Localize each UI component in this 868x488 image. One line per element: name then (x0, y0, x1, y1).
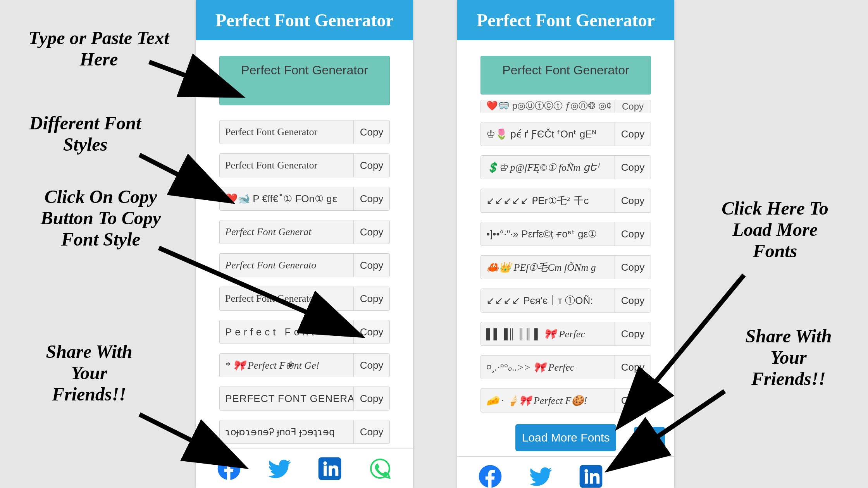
font-sample: ↙↙↙↙ Pєя'є⎿т ①OÑ: (481, 289, 615, 312)
font-row: ↙↙↙↙↙ ᑭEr①乇ᶻ 千cCopy (480, 189, 651, 213)
linkedin-icon[interactable] (317, 456, 342, 481)
font-sample: Perfect Font Generator (220, 154, 353, 177)
linkedin-icon[interactable] (579, 464, 603, 488)
left-screenshot: Perfect Font Generator Perfect Font Gene… (196, 0, 413, 488)
right-screenshot: Perfect Font Generator Perfect Font Gene… (457, 0, 674, 488)
copy-button[interactable]: Copy (353, 254, 389, 277)
font-sample: ¤¸.·°°ₒ..>> 🎀 Perfec (481, 356, 615, 379)
page-title: Perfect Font Generator (457, 0, 674, 40)
font-sample: ♔🌷 pє́ ґ ƑЄČt ᶠOnᵗ gEᴺ (481, 122, 615, 146)
font-sample: * 🎀 Perfect F❀nt Ge! (220, 354, 353, 377)
copy-button[interactable]: Copy (353, 154, 389, 177)
social-bar (196, 448, 413, 488)
font-row: ¤¸.·°°ₒ..>> 🎀 PerfecCopy (480, 355, 651, 379)
callout-diff-styles: Different Font Styles (8, 112, 163, 155)
load-more-button[interactable]: Load More Fonts (515, 424, 616, 451)
copy-button[interactable]: Copy (353, 287, 389, 310)
copy-button[interactable]: Copy (353, 320, 389, 344)
copy-button[interactable]: Copy (615, 222, 651, 246)
font-row: Perfect Font GeneratCopy (219, 220, 390, 244)
font-row: 🧀 · 🍦🎀 Perfect F🍪!Copy (480, 388, 651, 412)
page-title: Perfect Font Generator (196, 0, 413, 40)
facebook-icon[interactable] (478, 464, 503, 488)
font-sample: Perfect Font Generat (220, 220, 353, 244)
font-sample: Perfect Font Generato (220, 254, 353, 277)
font-sample: PERFECT FONT GENERATOR (220, 387, 353, 410)
copy-button[interactable]: Copy (615, 100, 651, 113)
copy-button[interactable]: Copy (615, 156, 651, 179)
callout-type-here: Type or Paste Text Here (8, 27, 190, 70)
font-row: * 🎀 Perfect F❀nt Ge!Copy (219, 353, 390, 377)
font-row: PERFECT FONT GENERATORCopy (219, 387, 390, 411)
font-sample: 🦀👑 PEſ①毛Cт ſÕNт g (481, 256, 615, 279)
twitter-icon[interactable] (267, 456, 292, 481)
copy-button[interactable]: Copy (615, 256, 651, 279)
font-row: •]••°·"·» Pεrfε©ţ ғoᶰᵗ gε①Copy (480, 222, 651, 246)
font-sample: Perfect Font (220, 320, 353, 344)
font-sample: •]••°·"·» Pεrfε©ţ ғoᶰᵗ gε① (481, 222, 615, 246)
font-row: Perfect Font GeneratorCopy (219, 287, 390, 311)
font-row: ♔🌷 pє́ ґ ƑЄČt ᶠOnᵗ gEᴺCopy (480, 122, 651, 146)
font-row: ɿoɟɒɿɘnɘᎮ ɟnoꟻ ɟɔɘʇɿɘqCopy (219, 420, 390, 444)
copy-button[interactable]: Copy (353, 120, 389, 144)
font-sample: ❤️🥽 p◎ⓤⓣⓒⓣ ƒ◎ⓝ❂ ◎¢ (481, 100, 615, 113)
font-row-partial: ❤️🥽 p◎ⓤⓣⓒⓣ ƒ◎ⓝ❂ ◎¢ Copy (480, 100, 651, 113)
copy-button[interactable]: Copy (353, 220, 389, 244)
font-row: Perfect Font GeneratorCopy (219, 120, 390, 144)
callout-share-right: Share With Your Friends!! (717, 325, 860, 390)
font-row: 💲♔ p@ſFĘ©① foÑт ցԵᴵCopy (480, 155, 651, 179)
copy-button[interactable]: Copy (615, 189, 651, 212)
copy-button[interactable]: Copy (615, 122, 651, 146)
text-input[interactable]: Perfect Font Generator (219, 56, 390, 105)
font-sample: ❤️🐋 P €ſf€˟① FOn① gɛ (220, 187, 353, 210)
font-row: ▌▌▐║ ║║ ▌ 🎀 PerfecCopy (480, 322, 651, 346)
font-sample: ▌▌▐║ ║║ ▌ 🎀 Perfec (481, 322, 615, 345)
font-sample: Perfect Font Generator (220, 287, 353, 310)
copy-button[interactable]: Copy (353, 420, 389, 443)
copy-button[interactable]: Copy (353, 387, 389, 410)
font-sample: ↙↙↙↙↙ ᑭEr①乇ᶻ 千c (481, 189, 615, 212)
copy-button[interactable]: Copy (353, 354, 389, 377)
copy-button[interactable]: Copy (615, 322, 651, 345)
copy-button[interactable]: Copy (353, 187, 389, 210)
social-bar (457, 456, 674, 488)
callout-share-left: Share With Your Friends!! (31, 341, 147, 405)
font-sample: 🧀 · 🍦🎀 Perfect F🍪! (481, 389, 615, 412)
copy-button[interactable]: Copy (615, 389, 651, 412)
font-sample: Perfect Font Generator (220, 120, 353, 144)
font-row: Perfect Font GeneratoCopy (219, 253, 390, 277)
copy-button[interactable]: Copy (615, 356, 651, 379)
callout-load-more: Click Here To Load More Fonts (698, 198, 852, 262)
text-input[interactable]: Perfect Font Generator (480, 56, 651, 95)
font-row: ❤️🐋 P €ſf€˟① FOn① gɛCopy (219, 187, 390, 211)
font-sample: ɿoɟɒɿɘnɘᎮ ɟnoꟻ ɟɔɘʇɿɘq (220, 420, 353, 443)
font-row: 🦀👑 PEſ①毛Cт ſÕNт gCopy (480, 255, 651, 279)
copy-button[interactable]: Copy (615, 289, 651, 312)
whatsapp-icon[interactable] (368, 456, 393, 481)
font-row: Perfect Font GeneratorCopy (219, 153, 390, 177)
twitter-icon[interactable] (528, 464, 553, 488)
callout-click-copy: Click On Copy Button To Copy Font Style (23, 186, 178, 250)
font-row: Perfect FontCopy (219, 320, 390, 344)
font-sample: 💲♔ p@ſFĘ©① foÑт ցԵᴵ (481, 156, 615, 179)
scroll-top-button[interactable]: Top (634, 427, 665, 458)
font-row: ↙↙↙↙ Pєя'є⎿т ①OÑ:Copy (480, 289, 651, 313)
facebook-icon[interactable] (217, 456, 241, 481)
